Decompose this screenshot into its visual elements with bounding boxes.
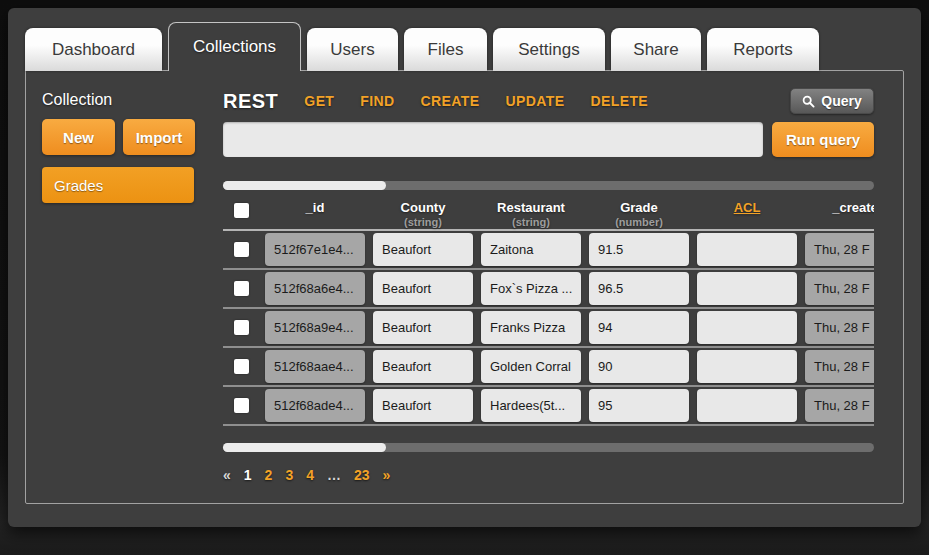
cell-restaurant[interactable]: Hardees(5t... bbox=[481, 389, 581, 422]
cell-restaurant[interactable]: Zaitona bbox=[481, 233, 581, 266]
rest-create-link[interactable]: CREATE bbox=[421, 93, 480, 109]
collections-panel: Collection New Import Grades REST GET FI… bbox=[25, 70, 904, 504]
cell-created[interactable]: Thu, 28 F bbox=[805, 311, 874, 344]
query-input[interactable] bbox=[223, 122, 763, 157]
cell-id[interactable]: 512f68a9e4... bbox=[265, 311, 365, 344]
column-header-restaurant: Restaurant(string) bbox=[481, 197, 581, 230]
cell-restaurant[interactable]: Fox`s Pizza ... bbox=[481, 272, 581, 305]
column-header-acl[interactable]: ACL bbox=[697, 197, 797, 215]
cell-acl[interactable] bbox=[697, 389, 797, 422]
rest-toolbar: REST GET FIND CREATE UPDATE DELETE Query bbox=[223, 87, 874, 115]
rest-get-link[interactable]: GET bbox=[304, 93, 334, 109]
cell-county[interactable]: Beaufort bbox=[373, 311, 473, 344]
table-row: 512f68ade4... Beaufort Hardees(5t... 95 … bbox=[223, 387, 874, 426]
table-row: 512f67e1e4... Beaufort Zaitona 91.5 Thu,… bbox=[223, 231, 874, 270]
pagination: « 1 2 3 4 … 23 » bbox=[223, 467, 390, 483]
cell-grade[interactable]: 91.5 bbox=[589, 233, 689, 266]
table-row: 512f68a9e4... Beaufort Franks Pizza 94 T… bbox=[223, 309, 874, 348]
records-table: _id County(string) Restaurant(string) Gr… bbox=[223, 195, 874, 426]
row-checkbox[interactable] bbox=[234, 398, 249, 413]
cell-restaurant[interactable]: Golden Corral bbox=[481, 350, 581, 383]
query-button[interactable]: Query bbox=[790, 88, 874, 114]
column-header-grade: Grade(number) bbox=[589, 197, 689, 230]
table-row: 512f68aae4... Beaufort Golden Corral 90 … bbox=[223, 348, 874, 387]
cell-county[interactable]: Beaufort bbox=[373, 389, 473, 422]
row-checkbox[interactable] bbox=[234, 242, 249, 257]
sidebar-item-grades[interactable]: Grades bbox=[42, 167, 194, 203]
table-row: 512f68a6e4... Beaufort Fox`s Pizza ... 9… bbox=[223, 270, 874, 309]
tab-reports[interactable]: Reports bbox=[707, 28, 819, 71]
import-collection-button[interactable]: Import bbox=[123, 119, 195, 155]
sidebar-title: Collection bbox=[42, 91, 112, 109]
tab-dashboard[interactable]: Dashboard bbox=[25, 28, 162, 71]
page-link-2[interactable]: 2 bbox=[265, 467, 273, 483]
page-current: 1 bbox=[244, 467, 252, 483]
select-all-checkbox[interactable] bbox=[234, 203, 249, 218]
page-link-23[interactable]: 23 bbox=[354, 467, 370, 483]
rest-delete-link[interactable]: DELETE bbox=[590, 93, 648, 109]
new-collection-button[interactable]: New bbox=[42, 119, 115, 155]
tab-files[interactable]: Files bbox=[404, 28, 487, 71]
cell-grade[interactable]: 95 bbox=[589, 389, 689, 422]
cell-created[interactable]: Thu, 28 F bbox=[805, 272, 874, 305]
cell-county[interactable]: Beaufort bbox=[373, 350, 473, 383]
tab-share[interactable]: Share bbox=[611, 28, 701, 71]
page-ellipsis: … bbox=[327, 467, 341, 483]
cell-created[interactable]: Thu, 28 F bbox=[805, 389, 874, 422]
page-prev[interactable]: « bbox=[223, 467, 231, 483]
cell-grade[interactable]: 94 bbox=[589, 311, 689, 344]
cell-id[interactable]: 512f68a6e4... bbox=[265, 272, 365, 305]
cell-id[interactable]: 512f68ade4... bbox=[265, 389, 365, 422]
search-icon bbox=[802, 95, 815, 108]
cell-created[interactable]: Thu, 28 F bbox=[805, 350, 874, 383]
rest-update-link[interactable]: UPDATE bbox=[506, 93, 565, 109]
tab-users[interactable]: Users bbox=[307, 28, 398, 71]
table-header-row: _id County(string) Restaurant(string) Gr… bbox=[223, 195, 874, 231]
tab-collections[interactable]: Collections bbox=[168, 22, 301, 71]
scrollbar-thumb[interactable] bbox=[223, 181, 386, 190]
row-checkbox[interactable] bbox=[234, 281, 249, 296]
table-hscrollbar-top[interactable] bbox=[223, 181, 874, 190]
row-checkbox[interactable] bbox=[234, 320, 249, 335]
column-header-county: County(string) bbox=[373, 197, 473, 230]
rest-label: REST bbox=[223, 90, 278, 113]
app-window: Dashboard Collections Users Files Settin… bbox=[8, 8, 921, 527]
rest-find-link[interactable]: FIND bbox=[360, 93, 394, 109]
cell-created[interactable]: Thu, 28 F bbox=[805, 233, 874, 266]
tab-bar: Dashboard Collections Users Files Settin… bbox=[25, 22, 819, 71]
column-header-create: _create bbox=[805, 197, 874, 215]
cell-acl[interactable] bbox=[697, 272, 797, 305]
page-link-3[interactable]: 3 bbox=[285, 467, 293, 483]
page-next[interactable]: » bbox=[383, 467, 391, 483]
cell-id[interactable]: 512f68aae4... bbox=[265, 350, 365, 383]
scrollbar-thumb[interactable] bbox=[223, 443, 386, 452]
table-hscrollbar-bottom[interactable] bbox=[223, 443, 874, 452]
screen: Dashboard Collections Users Files Settin… bbox=[0, 0, 929, 555]
row-checkbox[interactable] bbox=[234, 359, 249, 374]
query-button-label: Query bbox=[821, 93, 861, 109]
page-link-4[interactable]: 4 bbox=[306, 467, 314, 483]
run-query-button[interactable]: Run query bbox=[772, 122, 874, 157]
tab-settings[interactable]: Settings bbox=[493, 28, 605, 71]
cell-county[interactable]: Beaufort bbox=[373, 272, 473, 305]
cell-restaurant[interactable]: Franks Pizza bbox=[481, 311, 581, 344]
cell-acl[interactable] bbox=[697, 233, 797, 266]
cell-grade[interactable]: 96.5 bbox=[589, 272, 689, 305]
cell-grade[interactable]: 90 bbox=[589, 350, 689, 383]
column-header-id: _id bbox=[265, 197, 365, 215]
cell-acl[interactable] bbox=[697, 350, 797, 383]
cell-id[interactable]: 512f67e1e4... bbox=[265, 233, 365, 266]
cell-acl[interactable] bbox=[697, 311, 797, 344]
cell-county[interactable]: Beaufort bbox=[373, 233, 473, 266]
